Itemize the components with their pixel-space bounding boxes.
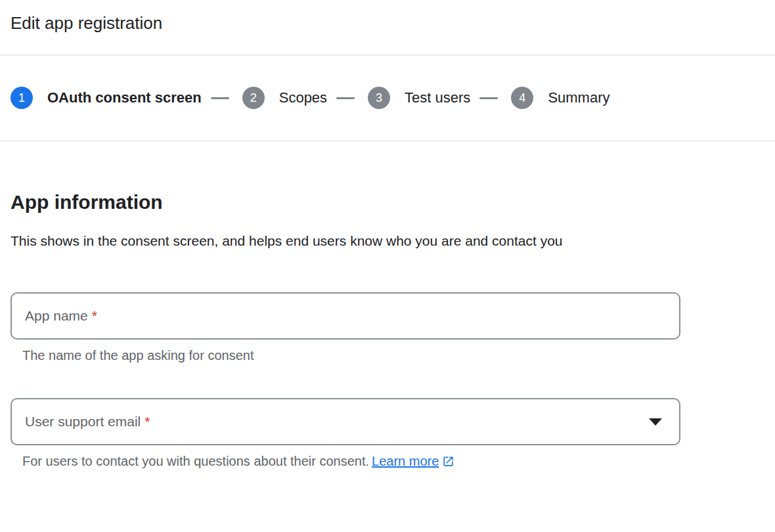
main-content: App information This shows in the consen… — [0, 189, 775, 469]
user-support-email-helper: For users to contact you with questions … — [22, 453, 764, 469]
step-scopes[interactable]: 2 Scopes — [242, 87, 327, 109]
step-2-label: Scopes — [279, 89, 327, 106]
step-3-number-badge: 3 — [368, 87, 390, 109]
step-separator-dash — [211, 97, 229, 99]
step-4-number-badge: 4 — [511, 87, 533, 109]
step-summary[interactable]: 4 Summary — [511, 87, 609, 109]
user-support-email-label: User support email* — [25, 414, 150, 430]
app-name-required-asterisk: * — [92, 308, 97, 323]
step-1-number-badge: 1 — [11, 87, 33, 109]
section-heading: App information — [11, 189, 764, 215]
app-name-label-text: App name — [25, 308, 88, 323]
wizard-stepper: 1 OAuth consent screen 2 Scopes 3 Test u… — [0, 56, 775, 141]
step-4-label: Summary — [548, 89, 609, 106]
user-support-email-required-asterisk: * — [144, 414, 150, 429]
step-oauth-consent-screen[interactable]: 1 OAuth consent screen — [11, 87, 202, 109]
section-description: This shows in the consent screen, and he… — [11, 229, 575, 253]
dropdown-caret-icon — [649, 418, 662, 426]
step-2-number-badge: 2 — [242, 87, 265, 109]
user-support-email-label-text: User support email — [25, 414, 141, 429]
step-separator-dash — [479, 97, 498, 99]
user-support-email-helper-text: For users to contact you with questions … — [22, 454, 369, 468]
step-separator-dash — [336, 97, 355, 99]
stepper-divider — [0, 141, 775, 142]
app-name-helper-text: The name of the app asking for consent — [22, 347, 764, 363]
app-name-input[interactable]: App name* — [11, 292, 680, 340]
open-in-new-icon — [442, 455, 454, 468]
app-name-label: App name* — [25, 308, 97, 324]
page-header: Edit app registration — [0, 0, 775, 33]
step-3-label: Test users — [405, 89, 470, 106]
step-test-users[interactable]: 3 Test users — [368, 87, 470, 109]
user-support-email-select[interactable]: User support email* — [11, 398, 680, 445]
step-1-label: OAuth consent screen — [47, 89, 202, 106]
page-title: Edit app registration — [11, 13, 764, 33]
learn-more-link[interactable]: Learn more — [372, 454, 439, 468]
